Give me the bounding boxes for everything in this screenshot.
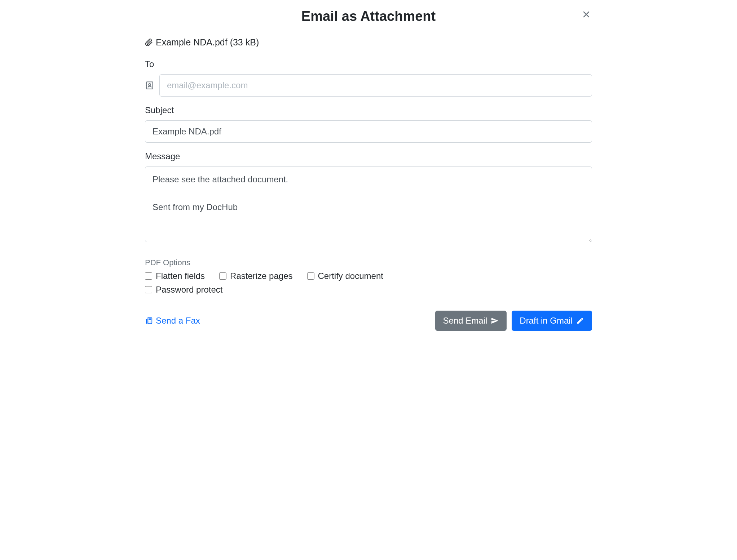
certify-document-label: Certify document (318, 271, 383, 281)
svg-point-9 (149, 321, 149, 321)
flatten-fields-option[interactable]: Flatten fields (145, 271, 205, 281)
dialog-header: Email as Attachment (145, 6, 592, 37)
svg-point-3 (149, 84, 150, 85)
svg-rect-7 (146, 319, 147, 324)
draft-gmail-button[interactable]: Draft in Gmail (512, 311, 592, 331)
rasterize-pages-checkbox[interactable] (219, 272, 226, 280)
svg-point-10 (150, 321, 150, 321)
certify-document-checkbox[interactable] (307, 272, 314, 280)
dialog-footer: Send a Fax Send Email Draft in Gmail (145, 311, 592, 331)
send-email-label: Send Email (443, 316, 487, 326)
dialog-title: Email as Attachment (145, 9, 592, 24)
svg-point-11 (151, 321, 151, 321)
rasterize-pages-label: Rasterize pages (230, 271, 292, 281)
message-label: Message (145, 151, 592, 161)
flatten-fields-label: Flatten fields (156, 271, 205, 281)
draft-gmail-label: Draft in Gmail (520, 316, 573, 326)
subject-field-group: Subject (145, 105, 592, 143)
svg-point-14 (151, 322, 151, 323)
svg-point-13 (150, 322, 150, 323)
password-protect-option[interactable]: Password protect (145, 285, 222, 295)
paper-plane-icon (491, 317, 499, 325)
password-protect-label: Password protect (156, 285, 222, 295)
pdf-options-row-2: Password protect (145, 285, 592, 295)
attachment-info: Example NDA.pdf (33 kB) (145, 37, 592, 48)
attachment-filename: Example NDA.pdf (33 kB) (156, 37, 259, 48)
certify-document-option[interactable]: Certify document (307, 271, 383, 281)
flatten-fields-checkbox[interactable] (145, 272, 152, 280)
close-button[interactable] (581, 9, 592, 20)
message-field-group: Message (145, 151, 592, 244)
to-label: To (145, 59, 592, 69)
pdf-options-row: Flatten fields Rasterize pages Certify d… (145, 271, 592, 281)
subject-label: Subject (145, 105, 592, 115)
to-input[interactable] (159, 74, 592, 97)
pdf-options-heading: PDF Options (145, 258, 592, 267)
rasterize-pages-option[interactable]: Rasterize pages (219, 271, 292, 281)
svg-point-12 (149, 322, 149, 323)
subject-input[interactable] (145, 120, 592, 143)
close-icon (582, 10, 591, 19)
fax-icon (145, 317, 153, 325)
pencil-icon (576, 317, 584, 325)
message-textarea[interactable] (145, 166, 592, 242)
send-email-button[interactable]: Send Email (435, 311, 507, 331)
contact-book-icon[interactable] (145, 81, 154, 90)
send-fax-link[interactable]: Send a Fax (145, 316, 200, 326)
action-buttons: Send Email Draft in Gmail (435, 311, 592, 331)
send-fax-label: Send a Fax (156, 316, 200, 326)
password-protect-checkbox[interactable] (145, 286, 152, 293)
email-attachment-dialog: Email as Attachment Example NDA.pdf (33 … (145, 6, 592, 331)
paperclip-icon (145, 39, 153, 46)
to-field-group: To (145, 59, 592, 97)
svg-rect-8 (149, 319, 151, 320)
